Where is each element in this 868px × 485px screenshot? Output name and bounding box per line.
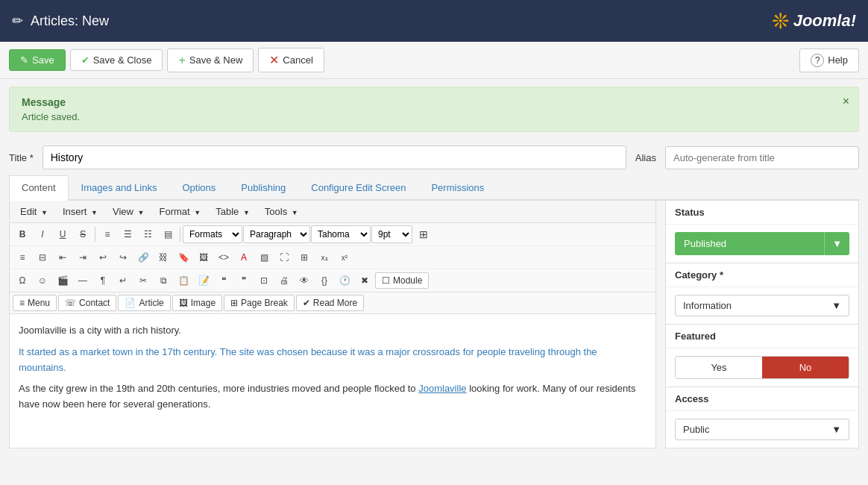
menu-view[interactable]: View ▼: [107, 204, 150, 219]
read-more-button[interactable]: ✔ Read More: [296, 295, 364, 311]
status-dropdown-arrow[interactable]: ▼: [824, 232, 849, 255]
undo-button[interactable]: ↩: [93, 248, 113, 266]
clear-format-button[interactable]: ✖: [355, 272, 374, 290]
separator-1: [95, 227, 95, 242]
status-dropdown[interactable]: Published ▼: [675, 232, 849, 255]
paragraph-select[interactable]: Paragraph: [243, 225, 310, 243]
message-close-button[interactable]: ×: [843, 95, 849, 108]
template-button[interactable]: ⊡: [254, 272, 274, 290]
table-button[interactable]: ⊞: [295, 248, 314, 266]
save-close-button[interactable]: ✔ Save & Close: [70, 49, 163, 71]
bold-button[interactable]: B: [13, 225, 32, 243]
menu-format[interactable]: Format ▼: [153, 204, 207, 219]
image-button[interactable]: 🖼: [194, 248, 213, 266]
page-title: Articles: New: [31, 13, 109, 29]
align-center-button[interactable]: ☰: [118, 225, 137, 243]
editor-content[interactable]: Joomlaville is a city with a rich histor…: [10, 314, 655, 428]
title-input[interactable]: [43, 146, 626, 169]
menu-tools[interactable]: Tools ▼: [259, 204, 304, 219]
message-title: Message: [22, 96, 846, 108]
content-paragraph-1: Joomlaville is a city with a rich histor…: [19, 323, 647, 339]
joomla-logo: ❊ Joomla!: [772, 9, 856, 34]
tab-content[interactable]: Content: [9, 175, 69, 201]
bullet-list-button[interactable]: ≡: [13, 248, 32, 266]
help-button[interactable]: ? Help: [799, 48, 859, 72]
top-bar: ✏ Articles: New ❊ Joomla!: [0, 0, 868, 42]
nonbreak-button[interactable]: ¶: [93, 272, 113, 290]
title-label: Title *: [9, 152, 34, 163]
print-button[interactable]: 🖨: [274, 272, 294, 290]
increase-indent-button[interactable]: ⇥: [73, 248, 92, 266]
tab-options[interactable]: Options: [169, 175, 228, 199]
tab-images-links[interactable]: Images and Links: [69, 175, 170, 199]
save-new-button[interactable]: + Save & New: [167, 48, 254, 72]
subscript-button[interactable]: x₂: [315, 248, 334, 266]
cut-button[interactable]: ✂: [133, 272, 153, 290]
tab-publishing[interactable]: Publishing: [228, 175, 298, 199]
redo-button[interactable]: ↪: [113, 248, 133, 266]
blockquote-right-button[interactable]: ❞: [234, 272, 254, 290]
module-button[interactable]: ☐ Module: [375, 272, 429, 289]
joomlaville-link[interactable]: Joomlaville: [418, 383, 466, 394]
contact-insert-button[interactable]: ☏ Contact: [58, 295, 116, 311]
edit-icon: ✏: [12, 13, 23, 29]
source-button[interactable]: {}: [315, 272, 334, 290]
italic-button[interactable]: I: [33, 225, 52, 243]
align-left-button[interactable]: ≡: [98, 225, 117, 243]
blockquote-left-button[interactable]: ❝: [214, 272, 233, 290]
joomla-logo-text: Joomla!: [793, 11, 856, 31]
featured-no-button[interactable]: No: [762, 357, 849, 378]
align-justify-button[interactable]: ▤: [158, 225, 177, 243]
paste-word-button[interactable]: 📝: [194, 272, 213, 290]
check-icon: ✔: [81, 54, 89, 66]
editor-toolbar: B I U S ≡ ☰ ☷ ▤ Formats Paragraph Tahoma: [10, 223, 655, 292]
page-break-button[interactable]: ⊞ Page Break: [224, 295, 295, 311]
toggle-editor-button[interactable]: ⊞: [413, 225, 434, 243]
formats-select[interactable]: Formats: [183, 225, 242, 243]
copy-button[interactable]: ⧉: [154, 272, 173, 290]
code-button[interactable]: <>: [214, 248, 233, 266]
align-right-button[interactable]: ☷: [138, 225, 157, 243]
preview-button[interactable]: 👁: [295, 272, 314, 290]
article-insert-button[interactable]: 📄 Article: [118, 295, 170, 311]
editor-menubar: Edit ▼ Insert ▼ View ▼ Format ▼ Table ▼ …: [10, 201, 655, 223]
message-body: Article saved.: [22, 111, 846, 122]
category-dropdown-arrow: ▼: [831, 300, 841, 311]
size-select[interactable]: 9pt: [371, 225, 412, 243]
special-char-button[interactable]: Ω: [13, 272, 32, 290]
numbered-list-button[interactable]: ⊟: [33, 248, 52, 266]
emoji-button[interactable]: ☺: [33, 272, 52, 290]
media-button[interactable]: 🎬: [53, 272, 72, 290]
tab-permissions[interactable]: Permissions: [418, 175, 497, 199]
access-dropdown[interactable]: Public ▼: [675, 419, 849, 440]
unlink-button[interactable]: ⛓: [154, 248, 173, 266]
font-color-button[interactable]: A: [234, 248, 254, 266]
underline-button[interactable]: U: [53, 225, 72, 243]
save-button[interactable]: ✎ Save: [9, 49, 66, 71]
save-icon: ✎: [20, 54, 28, 66]
decrease-indent-button[interactable]: ⇤: [53, 248, 72, 266]
featured-yes-button[interactable]: Yes: [676, 357, 762, 378]
image-insert-button[interactable]: 🖼 Image: [172, 295, 222, 311]
menu-insert[interactable]: Insert ▼: [57, 204, 104, 219]
content-paragraph-2: It started as a market town in the 17th …: [19, 345, 647, 376]
bg-color-button[interactable]: ▧: [254, 248, 274, 266]
alias-input[interactable]: [665, 146, 859, 169]
bookmark-button[interactable]: 🔖: [174, 248, 193, 266]
menu-insert-button[interactable]: ≡ Menu: [13, 295, 57, 311]
menu-edit[interactable]: Edit ▼: [14, 204, 54, 219]
superscript-button[interactable]: x²: [335, 248, 354, 266]
cancel-button[interactable]: ✕ Cancel: [258, 48, 324, 72]
dir-ltr-button[interactable]: ↵: [113, 272, 133, 290]
category-dropdown[interactable]: Information ▼: [675, 295, 849, 316]
fullscreen-button[interactable]: ⛶: [274, 248, 294, 266]
link-button[interactable]: 🔗: [133, 248, 153, 266]
hr-button[interactable]: —: [73, 272, 92, 290]
paste-button[interactable]: 📋: [174, 272, 193, 290]
tab-configure-edit[interactable]: Configure Edit Screen: [298, 175, 418, 199]
menu-table[interactable]: Table ▼: [210, 204, 256, 219]
font-select[interactable]: Tahoma: [311, 225, 371, 243]
status-value: Published: [675, 232, 824, 255]
strikethrough-button[interactable]: S: [73, 225, 92, 243]
clock-button[interactable]: 🕐: [335, 272, 354, 290]
